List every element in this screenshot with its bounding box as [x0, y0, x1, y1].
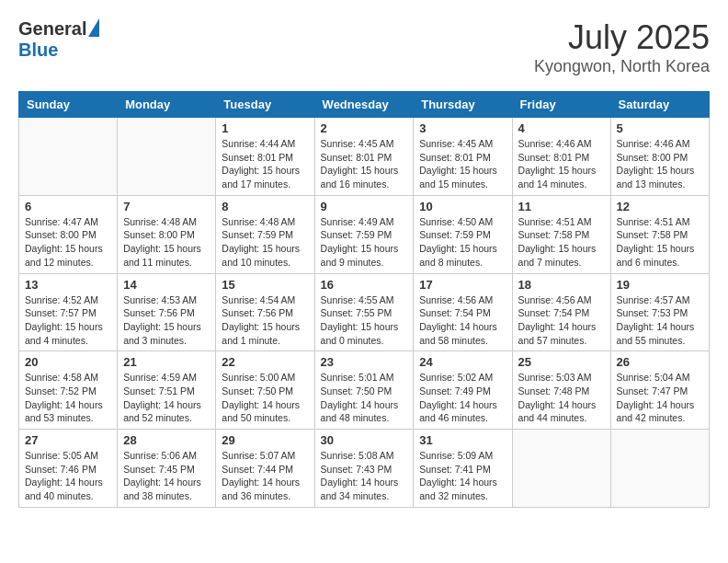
day-number: 15: [222, 278, 308, 292]
day-number: 26: [617, 355, 703, 369]
day-info: Sunrise: 5:01 AM Sunset: 7:50 PM Dayligh…: [321, 371, 408, 425]
title-section: July 2025 Kyongwon, North Korea: [534, 18, 710, 76]
day-info: Sunrise: 4:46 AM Sunset: 8:00 PM Dayligh…: [617, 137, 703, 191]
calendar-cell: 5Sunrise: 4:46 AM Sunset: 8:00 PM Daylig…: [610, 118, 709, 196]
calendar-week-row: 1Sunrise: 4:44 AM Sunset: 8:01 PM Daylig…: [19, 118, 710, 196]
calendar-cell: 13Sunrise: 4:52 AM Sunset: 7:57 PM Dayli…: [19, 273, 118, 351]
day-number: 2: [321, 121, 408, 135]
calendar-cell: 4Sunrise: 4:46 AM Sunset: 8:01 PM Daylig…: [512, 118, 610, 196]
day-info: Sunrise: 4:52 AM Sunset: 7:57 PM Dayligh…: [25, 293, 111, 348]
day-number: 27: [25, 433, 111, 447]
day-info: Sunrise: 5:06 AM Sunset: 7:45 PM Dayligh…: [123, 449, 210, 503]
day-info: Sunrise: 5:07 AM Sunset: 7:44 PM Dayligh…: [222, 449, 308, 503]
logo-blue-text: Blue: [18, 40, 58, 61]
day-number: 1: [222, 121, 308, 135]
calendar-cell: 7Sunrise: 4:48 AM Sunset: 8:00 PM Daylig…: [118, 195, 216, 273]
calendar-week-row: 27Sunrise: 5:05 AM Sunset: 7:46 PM Dayli…: [19, 430, 710, 508]
calendar-cell: 22Sunrise: 5:00 AM Sunset: 7:50 PM Dayli…: [216, 351, 314, 430]
day-number: 22: [222, 355, 308, 369]
day-info: Sunrise: 5:02 AM Sunset: 7:49 PM Dayligh…: [419, 371, 506, 425]
day-number: 29: [222, 433, 308, 447]
day-number: 20: [25, 355, 111, 369]
weekday-header-friday: Friday: [512, 92, 610, 118]
day-number: 14: [123, 278, 210, 292]
calendar-cell: 8Sunrise: 4:48 AM Sunset: 7:59 PM Daylig…: [216, 195, 314, 273]
logo-triangle-icon: [88, 18, 99, 37]
calendar-cell: 6Sunrise: 4:47 AM Sunset: 8:00 PM Daylig…: [19, 195, 118, 273]
weekday-header-monday: Monday: [118, 92, 216, 118]
day-number: 18: [518, 278, 605, 292]
day-info: Sunrise: 4:50 AM Sunset: 7:59 PM Dayligh…: [419, 215, 506, 270]
calendar-week-row: 6Sunrise: 4:47 AM Sunset: 8:00 PM Daylig…: [19, 195, 710, 273]
day-number: 7: [123, 200, 210, 213]
day-number: 19: [617, 278, 703, 292]
calendar-cell: 9Sunrise: 4:49 AM Sunset: 7:59 PM Daylig…: [314, 195, 414, 273]
calendar-cell: [19, 118, 118, 196]
day-info: Sunrise: 4:45 AM Sunset: 8:01 PM Dayligh…: [321, 137, 408, 191]
calendar-cell: 10Sunrise: 4:50 AM Sunset: 7:59 PM Dayli…: [414, 195, 512, 273]
calendar-cell: 17Sunrise: 4:56 AM Sunset: 7:54 PM Dayli…: [414, 273, 512, 351]
day-number: 9: [321, 200, 408, 213]
calendar-cell: 3Sunrise: 4:45 AM Sunset: 8:01 PM Daylig…: [414, 118, 512, 196]
day-info: Sunrise: 4:55 AM Sunset: 7:55 PM Dayligh…: [321, 293, 408, 348]
day-number: 5: [617, 121, 703, 135]
calendar-cell: 2Sunrise: 4:45 AM Sunset: 8:01 PM Daylig…: [314, 118, 414, 196]
calendar-cell: [118, 118, 216, 196]
day-info: Sunrise: 4:57 AM Sunset: 7:53 PM Dayligh…: [617, 293, 703, 348]
calendar-cell: 31Sunrise: 5:09 AM Sunset: 7:41 PM Dayli…: [414, 430, 512, 508]
day-info: Sunrise: 4:54 AM Sunset: 7:56 PM Dayligh…: [222, 293, 308, 348]
day-info: Sunrise: 4:45 AM Sunset: 8:01 PM Dayligh…: [419, 137, 506, 191]
day-number: 11: [518, 200, 605, 213]
calendar-cell: 29Sunrise: 5:07 AM Sunset: 7:44 PM Dayli…: [216, 430, 314, 508]
calendar-cell: 30Sunrise: 5:08 AM Sunset: 7:43 PM Dayli…: [314, 430, 414, 508]
day-number: 30: [321, 433, 408, 447]
day-number: 24: [419, 355, 506, 369]
calendar-cell: 14Sunrise: 4:53 AM Sunset: 7:56 PM Dayli…: [118, 273, 216, 351]
calendar-cell: 28Sunrise: 5:06 AM Sunset: 7:45 PM Dayli…: [118, 430, 216, 508]
day-info: Sunrise: 4:51 AM Sunset: 7:58 PM Dayligh…: [617, 215, 703, 270]
calendar-cell: 27Sunrise: 5:05 AM Sunset: 7:46 PM Dayli…: [19, 430, 118, 508]
day-info: Sunrise: 4:58 AM Sunset: 7:52 PM Dayligh…: [25, 371, 111, 425]
day-info: Sunrise: 4:44 AM Sunset: 8:01 PM Dayligh…: [222, 137, 308, 191]
day-number: 6: [25, 200, 111, 213]
day-info: Sunrise: 4:56 AM Sunset: 7:54 PM Dayligh…: [419, 293, 506, 348]
calendar-cell: 18Sunrise: 4:56 AM Sunset: 7:54 PM Dayli…: [512, 273, 610, 351]
page-header: General Blue July 2025 Kyongwon, North K…: [18, 18, 710, 76]
day-number: 13: [25, 278, 111, 292]
calendar-cell: 12Sunrise: 4:51 AM Sunset: 7:58 PM Dayli…: [610, 195, 709, 273]
calendar-cell: [610, 430, 709, 508]
calendar-cell: 25Sunrise: 5:03 AM Sunset: 7:48 PM Dayli…: [512, 351, 610, 430]
calendar-cell: 21Sunrise: 4:59 AM Sunset: 7:51 PM Dayli…: [118, 351, 216, 430]
day-info: Sunrise: 4:53 AM Sunset: 7:56 PM Dayligh…: [123, 293, 210, 348]
day-number: 4: [518, 121, 605, 135]
logo: General Blue: [18, 18, 99, 61]
calendar-header-row: SundayMondayTuesdayWednesdayThursdayFrid…: [19, 92, 710, 118]
weekday-header-wednesday: Wednesday: [314, 92, 414, 118]
day-info: Sunrise: 4:48 AM Sunset: 8:00 PM Dayligh…: [123, 215, 210, 270]
day-info: Sunrise: 5:05 AM Sunset: 7:46 PM Dayligh…: [25, 449, 111, 503]
day-info: Sunrise: 4:49 AM Sunset: 7:59 PM Dayligh…: [321, 215, 408, 270]
calendar-cell: 24Sunrise: 5:02 AM Sunset: 7:49 PM Dayli…: [414, 351, 512, 430]
logo-general-text: General: [18, 18, 86, 40]
weekday-header-sunday: Sunday: [19, 92, 118, 118]
day-number: 10: [419, 200, 506, 213]
day-info: Sunrise: 4:56 AM Sunset: 7:54 PM Dayligh…: [518, 293, 605, 348]
location-title: Kyongwon, North Korea: [534, 57, 710, 76]
day-number: 25: [518, 355, 605, 369]
day-info: Sunrise: 5:08 AM Sunset: 7:43 PM Dayligh…: [321, 449, 408, 503]
calendar-week-row: 13Sunrise: 4:52 AM Sunset: 7:57 PM Dayli…: [19, 273, 710, 351]
calendar-cell: 26Sunrise: 5:04 AM Sunset: 7:47 PM Dayli…: [610, 351, 709, 430]
day-number: 17: [419, 278, 506, 292]
calendar-cell: 1Sunrise: 4:44 AM Sunset: 8:01 PM Daylig…: [216, 118, 314, 196]
weekday-header-tuesday: Tuesday: [216, 92, 314, 118]
calendar-table: SundayMondayTuesdayWednesdayThursdayFrid…: [18, 91, 710, 508]
calendar-cell: [512, 430, 610, 508]
calendar-cell: 15Sunrise: 4:54 AM Sunset: 7:56 PM Dayli…: [216, 273, 314, 351]
day-info: Sunrise: 4:59 AM Sunset: 7:51 PM Dayligh…: [123, 371, 210, 425]
day-info: Sunrise: 5:00 AM Sunset: 7:50 PM Dayligh…: [222, 371, 308, 425]
calendar-week-row: 20Sunrise: 4:58 AM Sunset: 7:52 PM Dayli…: [19, 351, 710, 430]
day-number: 28: [123, 433, 210, 447]
weekday-header-thursday: Thursday: [414, 92, 512, 118]
day-info: Sunrise: 5:09 AM Sunset: 7:41 PM Dayligh…: [419, 449, 506, 503]
day-number: 23: [321, 355, 408, 369]
